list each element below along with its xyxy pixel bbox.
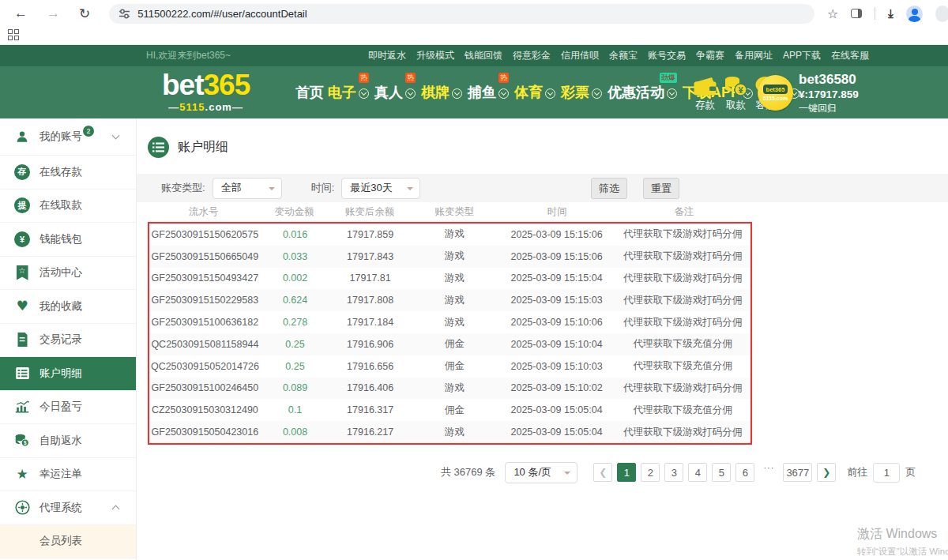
sidebar-item-deposit[interactable]: 存在线存款 bbox=[0, 156, 136, 190]
sidebar-item-lucky[interactable]: ★幸运注单 bbox=[0, 458, 136, 492]
star-icon: ★ bbox=[13, 468, 31, 481]
svg-text:¥: ¥ bbox=[738, 85, 743, 95]
table-row[interactable]: GF250309151002464500.08917916.406游戏2025-… bbox=[149, 378, 750, 400]
pager-ellipsis[interactable]: ··· bbox=[759, 463, 778, 482]
pager-page-3677[interactable]: 3677 bbox=[783, 463, 812, 482]
nav-item-chess[interactable]: 棋牌 bbox=[421, 83, 464, 102]
balance: ¥:17917.859 bbox=[799, 88, 859, 102]
profile-avatar[interactable] bbox=[906, 6, 923, 22]
pager-page-2[interactable]: 2 bbox=[641, 463, 660, 482]
topbar-link[interactable]: 账号交易 bbox=[648, 49, 686, 62]
nav-item-promo[interactable]: 劲爆优惠活动 bbox=[608, 83, 679, 102]
topbar-link[interactable]: APP下载 bbox=[783, 49, 821, 62]
cell-amount: 0.278 bbox=[261, 317, 330, 328]
table-row[interactable]: CZ250309150303124900.117916.317佣金2025-03… bbox=[149, 399, 750, 421]
goto-page-input[interactable] bbox=[873, 463, 900, 483]
sidebar-item-account-detail[interactable]: 账户明细 bbox=[0, 357, 136, 391]
address-bar[interactable]: 511500222.com/#/user/accountDetail bbox=[109, 4, 814, 24]
nav-item-fishing[interactable]: 热捕鱼 bbox=[468, 83, 510, 102]
table-row[interactable]: QC250309150520147260.2517916.656佣金2025-0… bbox=[149, 355, 750, 378]
nav-item-home[interactable]: 首页 bbox=[295, 83, 324, 102]
cell-type: 游戏 bbox=[411, 381, 498, 395]
cell-amount: 0.25 bbox=[261, 339, 330, 350]
nav-item-lottery[interactable]: 彩票 bbox=[561, 83, 604, 102]
back-icon[interactable]: ← bbox=[14, 6, 28, 21]
pager-page-5[interactable]: 5 bbox=[712, 463, 731, 482]
cell-type: 佣金 bbox=[411, 359, 498, 373]
chevron-down-icon bbox=[452, 88, 462, 99]
topbar-link[interactable]: 即时返水 bbox=[368, 49, 406, 62]
pager-page-4[interactable]: 4 bbox=[688, 463, 707, 482]
topbar-link[interactable]: 余额宝 bbox=[609, 49, 638, 62]
filter-button[interactable]: 筛选 bbox=[591, 178, 627, 199]
nav-item-sports[interactable]: 体育 bbox=[514, 83, 557, 102]
menu-icon[interactable] bbox=[935, 6, 948, 22]
sidebar-item-my-account[interactable]: 我的账号2 bbox=[0, 118, 136, 156]
new-badge: 劲爆 bbox=[660, 73, 677, 83]
table-row[interactable]: GF250309151506650490.03317917.843游戏2025-… bbox=[149, 246, 750, 268]
quick-deposit[interactable]: 存款 bbox=[693, 75, 717, 112]
cell-remark: 代理获取下级游戏打码分佣 bbox=[615, 227, 750, 241]
table-row[interactable]: GF250309151006361820.27817917.184游戏2025-… bbox=[149, 311, 750, 333]
site-logo[interactable]: bet365 —5115.com— bbox=[162, 70, 250, 112]
sidebar-item-withdraw[interactable]: 提在线取款 bbox=[0, 190, 136, 224]
sidebar-item-member-list[interactable]: 会员列表 bbox=[0, 525, 136, 559]
sidebar-item-rebate[interactable]: $自助返水 bbox=[0, 424, 136, 458]
bookmark-star-icon[interactable]: ☆ bbox=[827, 6, 838, 21]
table-row[interactable]: GF250309151504934270.00217917.81游戏2025-0… bbox=[149, 268, 750, 290]
download-icon[interactable]: ⤓ bbox=[888, 6, 893, 21]
one-key-return[interactable]: 一键回归 bbox=[799, 102, 859, 115]
sidebar-item-favorites[interactable]: ♥我的收藏 bbox=[0, 290, 136, 324]
goto-suffix: 页 bbox=[905, 465, 916, 479]
type-filter-select[interactable]: 全部 bbox=[213, 178, 282, 199]
topbar-link[interactable]: 在线客服 bbox=[831, 49, 869, 62]
table-row[interactable]: GF250309150504230160.00817916.217游戏2025-… bbox=[149, 421, 750, 443]
column-header: 时间 bbox=[498, 205, 616, 219]
chevron-down-icon bbox=[498, 88, 509, 99]
sidebar-item-today-pl[interactable]: 今日盈亏 bbox=[0, 391, 136, 425]
table-row[interactable]: QC250309150811589440.2517916.906佣金2025-0… bbox=[149, 333, 750, 355]
topbar-link[interactable]: 备用网址 bbox=[735, 49, 773, 62]
table-row[interactable]: GF250309151506205750.01617917.859游戏2025-… bbox=[149, 224, 750, 246]
cell-balance: 17916.656 bbox=[329, 361, 411, 372]
prev-page-icon[interactable]: ❮ bbox=[593, 463, 612, 482]
next-page-icon[interactable]: ❯ bbox=[817, 463, 836, 482]
cell-type: 游戏 bbox=[411, 272, 498, 285]
chevron-down-icon bbox=[545, 88, 555, 99]
cell-time: 2025-03-09 15:10:04 bbox=[498, 339, 615, 350]
topbar-link[interactable]: 争霸赛 bbox=[696, 49, 724, 62]
topbar-link[interactable]: 得意彩金 bbox=[513, 49, 551, 62]
sidebar-item-records[interactable]: 交易记录 bbox=[0, 324, 136, 358]
quick-withdraw[interactable]: ¥取款 bbox=[724, 75, 747, 112]
reload-icon[interactable]: ↻ bbox=[79, 6, 90, 22]
column-header: 变动金额 bbox=[260, 205, 329, 219]
topbar-link[interactable]: 钱能回馈 bbox=[465, 49, 502, 62]
sidebar-item-agent-system[interactable]: 代理系统 bbox=[0, 491, 136, 525]
topbar-link[interactable]: 信用借呗 bbox=[561, 49, 599, 62]
side-panel-icon[interactable] bbox=[851, 9, 862, 18]
site-settings-icon[interactable] bbox=[118, 8, 130, 20]
pager-page-6[interactable]: 6 bbox=[735, 463, 754, 482]
sidebar-item-activity[interactable]: ☆活动中心 bbox=[0, 257, 136, 291]
cell-remark: 代理获取下级游戏打码分佣 bbox=[615, 426, 750, 439]
topbar-link[interactable]: 升级模式 bbox=[416, 49, 454, 62]
pager-page-1[interactable]: 1 bbox=[617, 463, 636, 482]
nav-item-slots[interactable]: 热电子 bbox=[328, 83, 371, 102]
apps-grid-icon[interactable] bbox=[8, 29, 19, 40]
nav-label: 体育 bbox=[514, 83, 543, 102]
nav-item-live[interactable]: 热真人 bbox=[374, 83, 417, 102]
forward-icon[interactable]: → bbox=[47, 6, 60, 21]
sidebar-item-wallet[interactable]: ¥钱能钱包 bbox=[0, 223, 136, 257]
windows-activation-watermark: 激活 Windows 转到“设置”以激活 Windows bbox=[857, 526, 948, 558]
url-text[interactable]: 511500222.com/#/user/accountDetail bbox=[137, 8, 307, 20]
cell-balance: 17916.317 bbox=[329, 404, 411, 415]
per-page-select[interactable]: 10 条/页 bbox=[505, 462, 577, 483]
time-filter-select[interactable]: 最近30天 bbox=[341, 178, 420, 199]
reset-button[interactable]: 重置 bbox=[643, 178, 679, 199]
chevron-down-icon bbox=[359, 88, 369, 99]
cell-serial: QC25030915052014726 bbox=[149, 361, 261, 372]
table-row[interactable]: GF250309151502295830.62417917.808游戏2025-… bbox=[149, 289, 750, 311]
nav-label: 优惠活动 bbox=[608, 83, 664, 102]
divider bbox=[875, 7, 875, 20]
pager-page-3[interactable]: 3 bbox=[664, 463, 683, 482]
